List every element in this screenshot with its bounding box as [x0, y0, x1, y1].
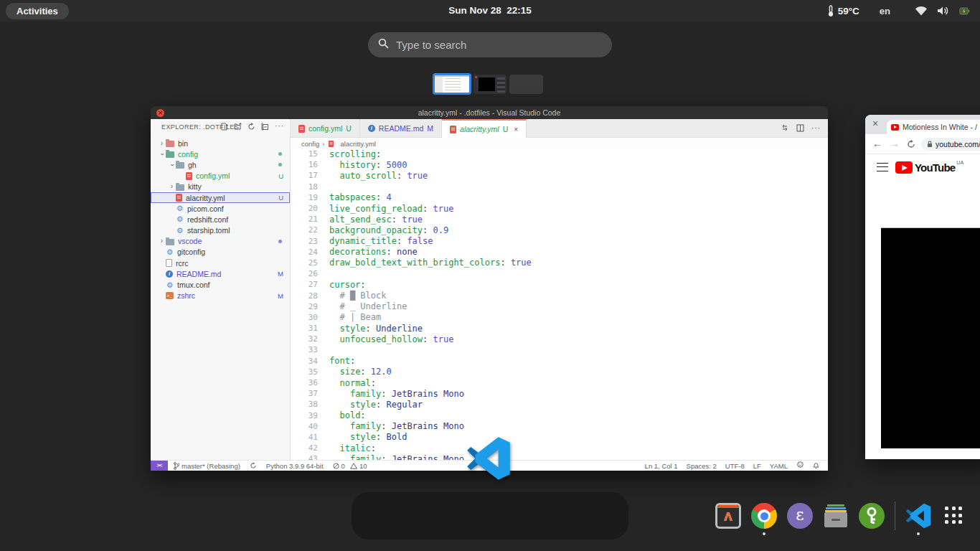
- address-bar[interactable]: youtube.com/wa: [921, 138, 980, 151]
- tree-item-kitty[interactable]: ›kitty: [151, 182, 290, 192]
- status-item[interactable]: YAML: [770, 462, 788, 470]
- split-editor-icon[interactable]: [796, 122, 804, 135]
- tab-close-icon[interactable]: ×: [514, 126, 518, 133]
- code-line-29[interactable]: 29 # _ Underline: [291, 301, 828, 312]
- tree-item-zshrc[interactable]: >_zshrcM: [151, 291, 290, 301]
- forward-icon[interactable]: →: [890, 138, 900, 149]
- code-line-19[interactable]: 19tabspaces: 4: [291, 192, 828, 203]
- app-grid-button[interactable]: [941, 503, 967, 529]
- code-line-42[interactable]: 42 italic:: [291, 443, 828, 453]
- youtube-logo[interactable]: YouTube UA: [895, 160, 963, 174]
- code-line-23[interactable]: 23dynamic_title: false: [291, 236, 828, 247]
- breadcrumb[interactable]: config › alacritty.yml: [291, 138, 828, 149]
- emacs-dock-icon[interactable]: ε: [787, 503, 813, 529]
- code-line-33[interactable]: 33: [291, 344, 828, 355]
- code-line-17[interactable]: 17 auto_scroll: true: [291, 170, 828, 181]
- code-line-22[interactable]: 22background_opacity: 0.9: [291, 225, 828, 235]
- search-input[interactable]: [396, 39, 602, 51]
- new-folder-icon[interactable]: [234, 123, 242, 130]
- code-line-26[interactable]: 26: [291, 268, 828, 279]
- hamburger-menu-icon[interactable]: [877, 163, 888, 171]
- workspace-thumbnail-2[interactable]: [473, 75, 507, 94]
- code-line-36[interactable]: 36 normal:: [291, 377, 828, 388]
- reload-icon[interactable]: [907, 139, 915, 151]
- open-changes-icon[interactable]: [781, 122, 789, 135]
- code-line-31[interactable]: 31 style: Underline: [291, 323, 828, 334]
- code-line-20[interactable]: 20live_config_reload: true: [291, 203, 828, 214]
- refresh-icon[interactable]: [248, 123, 255, 131]
- breadcrumb-file[interactable]: alacritty.yml: [341, 140, 376, 148]
- code-line-15[interactable]: 15scrolling:: [291, 149, 828, 159]
- status-item[interactable]: Ln 1, Col 1: [645, 462, 678, 470]
- file-archive-dock-icon[interactable]: [823, 503, 849, 529]
- passwords-keys-dock-icon[interactable]: [859, 503, 885, 529]
- code-line-37[interactable]: 37 family: JetBrains Mono: [291, 388, 828, 399]
- problems-status[interactable]: 0 10: [333, 462, 367, 470]
- code-editor[interactable]: 15scrolling:16 history: 500017 auto_scro…: [291, 149, 828, 460]
- back-icon[interactable]: ←: [872, 138, 882, 149]
- alacritty-dock-icon[interactable]: Λ: [715, 503, 741, 529]
- code-line-24[interactable]: 24decorations: none: [291, 247, 828, 258]
- code-line-32[interactable]: 32 unfocused_hollow: true: [291, 334, 828, 344]
- chrome-dock-icon[interactable]: [751, 503, 777, 529]
- tree-item-gh[interactable]: ›gh: [151, 159, 290, 170]
- tree-item-tmux.conf[interactable]: ⚙tmux.conf: [151, 279, 290, 290]
- code-line-30[interactable]: 30 # | Beam: [291, 312, 828, 323]
- code-line-16[interactable]: 16 history: 5000: [291, 159, 828, 170]
- editor-tab-README.md[interactable]: iREADME.mdM: [360, 119, 442, 138]
- feedback-icon[interactable]: [796, 461, 804, 470]
- code-line-39[interactable]: 39 bold:: [291, 410, 828, 421]
- code-line-25[interactable]: 25draw_bold_text_with_bright_colors: tru…: [291, 258, 828, 268]
- git-branch-status[interactable]: master* (Rebasing): [174, 462, 240, 470]
- tree-item-starship.toml[interactable]: ⚙starship.toml: [151, 225, 290, 236]
- tree-item-picom.conf[interactable]: ⚙picom.conf: [151, 203, 290, 214]
- code-line-34[interactable]: 34font:: [291, 356, 828, 367]
- editor-tab-config.yml[interactable]: config.ymlU: [291, 119, 360, 138]
- status-item[interactable]: LF: [753, 462, 761, 470]
- code-line-28[interactable]: 28 # █ Block: [291, 290, 828, 301]
- tree-item-config[interactable]: ›config: [151, 149, 290, 159]
- code-line-38[interactable]: 38 style: Regular: [291, 399, 828, 410]
- video-player[interactable]: [881, 228, 980, 448]
- more-actions-icon[interactable]: ···: [811, 124, 821, 133]
- collapse-all-icon[interactable]: [261, 123, 269, 131]
- vscode-dock-icon[interactable]: [905, 503, 931, 529]
- tree-item-gitconfig[interactable]: ⚙gitconfig: [151, 247, 290, 258]
- workspace-thumbnail-3-empty[interactable]: [509, 75, 543, 94]
- search-bar[interactable]: [368, 32, 612, 57]
- workspace-thumbnail-1-active[interactable]: [433, 73, 471, 95]
- status-item[interactable]: Spaces: 2: [687, 462, 717, 470]
- chrome-active-tab[interactable]: Motionless In White - /: [887, 120, 980, 134]
- code-line-27[interactable]: 27cursor:: [291, 279, 828, 290]
- vscode-logo-large[interactable]: [466, 435, 511, 482]
- new-file-icon[interactable]: [221, 123, 228, 131]
- tree-item-alacritty.yml[interactable]: alacritty.ymlU: [151, 192, 290, 203]
- code-line-40[interactable]: 40 family: JetBrains Mono: [291, 421, 828, 432]
- breadcrumb-folder[interactable]: config: [301, 140, 319, 148]
- code-line-21[interactable]: 21alt_send_esc: true: [291, 214, 828, 225]
- code-line-41[interactable]: 41 style: Bold: [291, 432, 828, 443]
- tree-item-config.yml[interactable]: config.ymlU: [151, 171, 290, 182]
- tree-item-bin[interactable]: ›bin: [151, 138, 290, 149]
- code-line-35[interactable]: 35 size: 12.0: [291, 367, 828, 377]
- status-item[interactable]: UTF-8: [725, 462, 745, 470]
- tree-item-vscode[interactable]: ›vscode: [151, 236, 290, 247]
- tab-close-icon[interactable]: ×: [872, 118, 878, 129]
- tree-item-README.md[interactable]: iREADME.mdM: [151, 268, 290, 279]
- system-status-area[interactable]: 59°C en: [827, 0, 970, 22]
- code-line-18[interactable]: 18: [291, 182, 828, 192]
- keyboard-layout-indicator[interactable]: en: [880, 6, 890, 17]
- remote-indicator[interactable]: ><: [151, 461, 168, 471]
- python-interpreter-status[interactable]: Python 3.9.9 64-bit: [266, 462, 324, 470]
- chrome-window[interactable]: × Motionless In White - / ← → youtube.co…: [865, 115, 980, 459]
- url-text[interactable]: youtube.com/wa: [936, 140, 980, 149]
- code-line-43[interactable]: 43 family: JetBrains Mono: [291, 453, 828, 460]
- tree-item-redshift.conf[interactable]: ⚙redshift.conf: [151, 214, 290, 225]
- editor-tab-alacritty.yml[interactable]: alacritty.ymlU×: [442, 119, 527, 138]
- vscode-titlebar[interactable]: ✕ alacritty.yml - .dotfiles - Visual Stu…: [151, 106, 828, 119]
- more-actions-icon[interactable]: ···: [275, 122, 284, 131]
- bell-icon[interactable]: [813, 461, 819, 471]
- tree-item-rcrc[interactable]: rcrc: [151, 258, 290, 268]
- vscode-window[interactable]: ✕ alacritty.yml - .dotfiles - Visual Stu…: [151, 106, 828, 471]
- sync-icon[interactable]: [250, 462, 257, 469]
